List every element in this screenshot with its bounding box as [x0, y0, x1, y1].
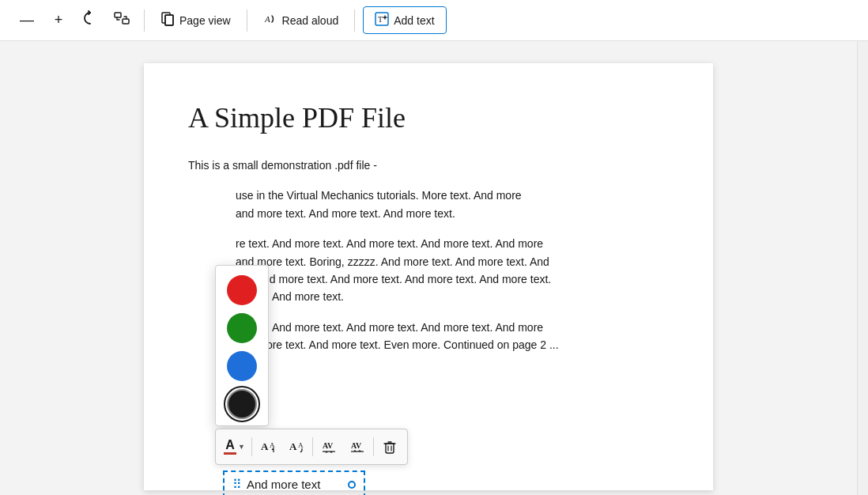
- divider-1: [144, 9, 145, 32]
- pdf-paragraph-1: This is a small demonstration .pdf file …: [188, 157, 669, 174]
- svg-text:A: A: [298, 441, 304, 449]
- text-box-text[interactable]: And more text: [247, 478, 343, 491]
- add-text-button[interactable]: T Add text: [363, 6, 446, 34]
- divider-3: [354, 9, 355, 32]
- read-aloud-icon: A: [263, 12, 277, 28]
- read-aloud-label: Read aloud: [282, 14, 339, 27]
- font-color-button[interactable]: A ▼: [219, 433, 250, 461]
- text-box-handle-icon: ⠿: [232, 477, 242, 492]
- divider-2: [247, 9, 247, 32]
- svg-text:A: A: [261, 440, 269, 452]
- color-green-button[interactable]: [227, 313, 257, 343]
- decrease-spacing-button[interactable]: AV: [343, 433, 372, 461]
- swap-button[interactable]: [108, 6, 136, 35]
- color-blue-button[interactable]: [227, 351, 257, 381]
- svg-text:A: A: [264, 14, 270, 24]
- pdf-area: A Simple PDF File This is a small demons…: [0, 41, 857, 495]
- svg-text:AV: AV: [351, 441, 362, 450]
- svg-text:AV: AV: [323, 441, 334, 450]
- pdf-paragraph-4: re text. And more text. And more text. A…: [236, 319, 669, 354]
- svg-rect-0: [115, 13, 121, 17]
- page-view-label: Page view: [179, 14, 231, 27]
- scrollbar[interactable]: [857, 41, 868, 495]
- toolbar: — + Page v: [0, 0, 868, 41]
- pdf-page: A Simple PDF File This is a small demons…: [144, 63, 713, 490]
- font-a-letter: A: [225, 439, 235, 452]
- minimize-button[interactable]: —: [13, 6, 41, 35]
- increase-font-button[interactable]: A A: [254, 433, 282, 461]
- rotate-icon: [82, 10, 98, 30]
- font-color-underline: [224, 452, 236, 455]
- color-picker-popup: [215, 265, 269, 426]
- decrease-spacing-icon: AV: [349, 439, 366, 455]
- main-content: A Simple PDF File This is a small demons…: [0, 41, 868, 495]
- svg-rect-1: [123, 19, 129, 24]
- font-color-indicator: A: [224, 439, 236, 455]
- page-view-button[interactable]: Page view: [153, 7, 239, 33]
- text-format-toolbar: A ▼ A A A A: [215, 429, 408, 465]
- svg-text:T: T: [378, 15, 383, 24]
- mini-divider-1: [251, 437, 252, 456]
- minimize-icon: —: [20, 12, 34, 28]
- pdf-paragraph-3: re text. And more text. And more text. A…: [236, 235, 669, 306]
- color-red-button[interactable]: [227, 275, 257, 305]
- decrease-font-button[interactable]: A A: [282, 433, 311, 461]
- svg-rect-3: [165, 15, 173, 25]
- delete-icon: [382, 439, 398, 455]
- add-text-label: Add text: [394, 14, 434, 27]
- increase-spacing-button[interactable]: AV: [315, 433, 343, 461]
- increase-font-icon: A A: [260, 439, 276, 455]
- mini-divider-2: [312, 437, 313, 456]
- page-view-icon: [160, 12, 175, 28]
- dropdown-arrow-icon: ▼: [238, 443, 245, 451]
- read-aloud-button[interactable]: A Read aloud: [255, 7, 347, 33]
- svg-text:A: A: [289, 440, 297, 452]
- mini-divider-3: [373, 437, 374, 456]
- pdf-title: A Simple PDF File: [188, 101, 669, 134]
- pdf-paragraph-2: use in the Virtual Mechanics tutorials. …: [236, 187, 669, 222]
- rotate-button[interactable]: [76, 6, 104, 35]
- svg-text:A: A: [270, 441, 275, 449]
- add-button[interactable]: +: [44, 6, 73, 35]
- add-icon: +: [55, 12, 63, 28]
- delete-text-button[interactable]: [376, 433, 404, 461]
- resize-handle[interactable]: [348, 481, 356, 489]
- decrease-font-icon: A A: [289, 439, 304, 455]
- text-box-selected[interactable]: ⠿ And more text: [223, 470, 365, 495]
- add-text-icon: T: [375, 12, 389, 28]
- swap-icon: [114, 10, 130, 30]
- color-black-button[interactable]: [227, 389, 257, 419]
- increase-spacing-icon: AV: [320, 439, 338, 455]
